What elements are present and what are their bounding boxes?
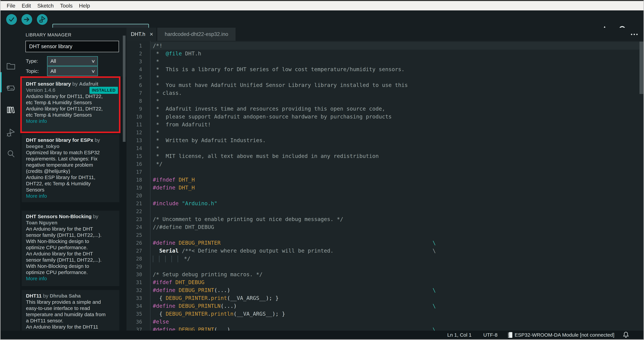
menu-item-tools[interactable]: Tools [57,1,76,11]
code-line[interactable]: */ [153,255,644,263]
library-entry[interactable]: DHT sensor library by AdafruitVersion 1.… [22,78,119,132]
code-line[interactable]: #include "Arduino.h" [153,200,644,207]
filter-select-type[interactable]: All∨ [47,56,98,66]
sidebar-item-debug[interactable] [6,128,16,137]
books-icon [6,112,16,115]
code-line[interactable] [153,263,644,271]
code-line[interactable] [153,231,644,239]
close-icon[interactable]: × [150,28,153,41]
code-token: #define [153,185,176,191]
code-line[interactable]: * @file DHT.h [153,50,644,58]
code-token: #define [153,326,176,330]
library-entry[interactable]: DHT sensor library for ESPx by beegee_to… [22,134,119,202]
editor-scrollbar[interactable] [640,42,643,94]
more-info-link[interactable]: More info [26,193,47,199]
cursor-position[interactable]: Ln 1, Col 1 [447,332,472,338]
code-line[interactable]: #else [153,318,644,326]
tab-dht.h[interactable]: DHT.h× [126,28,156,41]
code-line[interactable]: #define DEBUG_PRINT(...)\ [153,286,644,294]
status-board-indicator[interactable]: ESP32-WROOM-DA Module [not connected] [508,332,614,338]
code-token: * [153,58,159,65]
more-info-link[interactable]: More info [26,275,47,282]
line-number: 1 [126,42,142,50]
code-line[interactable]: /*! [150,42,644,50]
tab-label: DHT.h [131,28,145,41]
code-line[interactable] [153,207,644,215]
code-line[interactable]: * class. [153,89,644,97]
menu-bar: FileEditSketchToolsHelp [0,1,644,11]
code-token [176,177,178,183]
more-info-link[interactable]: More info [26,118,47,124]
code-line[interactable]: * [153,97,644,105]
library-name: DHT sensor library for ESPx [26,137,93,143]
code-line[interactable]: * [153,58,644,65]
code-line[interactable]: { DEBUG_PRINTER.print(__VA_ARGS__); } [153,294,644,302]
code-line[interactable]: * Adafruit invests time and resources pr… [153,105,644,113]
verify-button[interactable] [6,14,17,25]
code-editor[interactable]: 1234567891011121314151617181920212223242… [126,41,644,330]
line-number: 3 [126,58,142,65]
code-token: * class. [153,90,182,96]
library-name: DHT sensor library [26,81,71,87]
code-token: "Arduino.h" [182,200,217,207]
line-number: 33 [126,294,142,302]
arduino-ide-window: FileEditSketchToolsHelp ESP32-WROOM-DA M… [0,0,644,339]
code-line[interactable]: * Written by Adafruit Industries. [153,136,644,144]
code-line[interactable]: #ifndef DHT_H [153,176,644,184]
menu-item-file[interactable]: File [4,1,18,11]
search-icon [6,156,16,159]
code-line[interactable]: #define DEBUG_PRINTER\ [153,239,644,247]
upload-button[interactable] [22,14,32,25]
code-line[interactable]: * from Adafruit! [153,121,644,128]
code-line[interactable]: * This is a library for DHT series of lo… [153,65,644,73]
code-line[interactable] [153,192,644,200]
filter-selected-value: All [50,58,92,64]
status-board-label: ESP32-WROOM-DA Module [not connected] [515,332,614,338]
library-entry[interactable]: DHT11 by Dhruba SahaThis library provide… [22,290,119,330]
code-line[interactable] [153,168,644,176]
code-line[interactable]: * [153,73,644,81]
encoding-indicator[interactable]: UTF-8 [483,332,498,338]
notifications-button[interactable] [623,331,629,339]
entry-title: DHT sensor library for ESPx by beegee_to… [26,137,119,149]
chevron-down-icon: ∨ [91,69,96,74]
code-line[interactable]: */ [153,160,644,168]
sidebar-item-sketchbook[interactable] [6,61,16,71]
library-search-input[interactable] [26,41,119,52]
code-line[interactable]: #define DHT_H [153,184,644,192]
line-number: 10 [126,113,142,121]
code-line[interactable]: //#define DHT_DEBUG [153,223,644,231]
code-line[interactable]: * please support Adafruit andopen-source… [153,113,644,121]
tab-hardcoded-dht22-esp32.ino[interactable]: hardcoded-dht22-esp32.ino [157,28,236,41]
more-actions-button[interactable] [631,34,638,35]
code-line[interactable]: /* Uncomment to enable printing out nice… [153,215,644,223]
sidebar-item-library-manager[interactable] [6,105,16,115]
code-line[interactable]: * [153,128,644,136]
code-line[interactable]: #define DEBUG_PRINT(...)\ [153,326,644,330]
code-token: * [153,74,159,80]
code-line[interactable]: * You must have Adafruit Unified Sensor … [153,81,644,89]
code-line[interactable]: { DEBUG_PRINTER.println(__VA_ARGS__); } [153,310,644,318]
menu-item-sketch[interactable]: Sketch [34,1,57,11]
code-line[interactable]: /* Setup debug printing macros. */ [153,271,644,278]
sidebar-item-search[interactable] [6,149,16,159]
line-number: 19 [126,184,142,192]
activity-bar [0,28,20,330]
menu-item-help[interactable]: Help [76,1,93,11]
line-number: 2 [126,50,142,58]
debug-button[interactable] [37,14,48,25]
line-number: 16 [126,160,142,168]
code-token: DHT_H [178,185,195,191]
panel-scrollbar[interactable] [123,36,126,142]
filter-select-topic[interactable]: All∨ [47,66,98,76]
sidebar-item-boards-manager[interactable] [6,83,16,93]
code-line[interactable]: Serial /**< Define where debug output wi… [153,247,644,255]
code-token: DHT.h [182,50,201,57]
code-line[interactable]: * MIT license, all text above must be in… [153,152,644,160]
menu-item-edit[interactable]: Edit [18,1,34,11]
code-line[interactable]: #define DEBUG_PRINTLN(...)\ [153,302,644,310]
code-line[interactable]: * [153,144,644,152]
code-line[interactable]: #ifdef DHT_DEBUG [153,278,644,286]
library-entry[interactable]: DHT Sensors Non-Blocking by Toan NguyenA… [22,211,119,286]
code-token [176,303,178,309]
